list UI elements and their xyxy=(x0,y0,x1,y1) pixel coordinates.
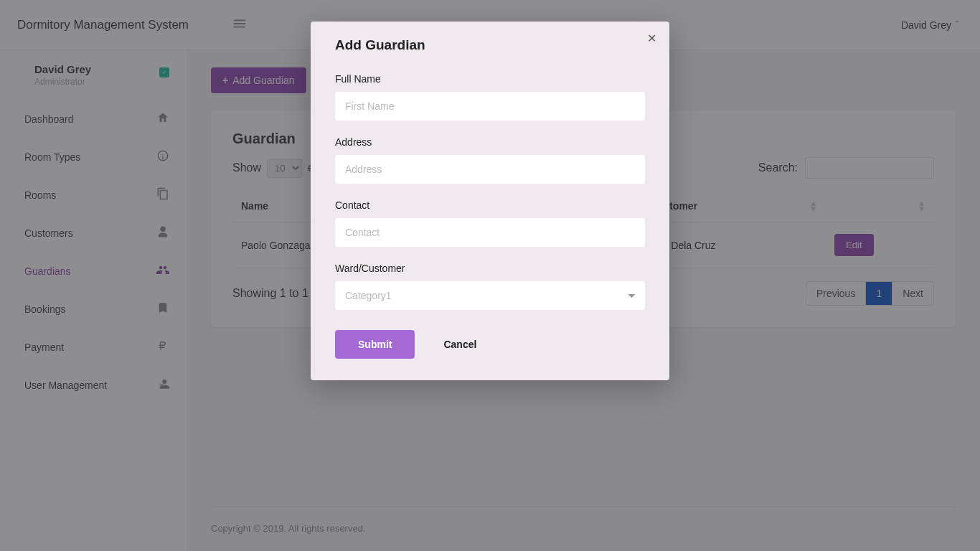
address-label: Address xyxy=(335,136,645,148)
address-input[interactable] xyxy=(335,155,645,184)
fullname-input[interactable] xyxy=(335,92,645,121)
close-icon[interactable]: ✕ xyxy=(647,32,656,45)
modal-overlay[interactable]: ✕ Add Guardian Full Name Address Contact… xyxy=(0,0,980,551)
contact-label: Contact xyxy=(335,199,645,211)
add-guardian-modal: ✕ Add Guardian Full Name Address Contact… xyxy=(311,22,669,380)
ward-select[interactable]: Category1 xyxy=(335,281,645,310)
modal-title: Add Guardian xyxy=(335,37,645,53)
contact-input[interactable] xyxy=(335,218,645,247)
ward-label: Ward/Customer xyxy=(335,263,645,274)
cancel-button[interactable]: Cancel xyxy=(443,339,476,350)
submit-button[interactable]: Submit xyxy=(335,330,415,359)
fullname-label: Full Name xyxy=(335,73,645,85)
